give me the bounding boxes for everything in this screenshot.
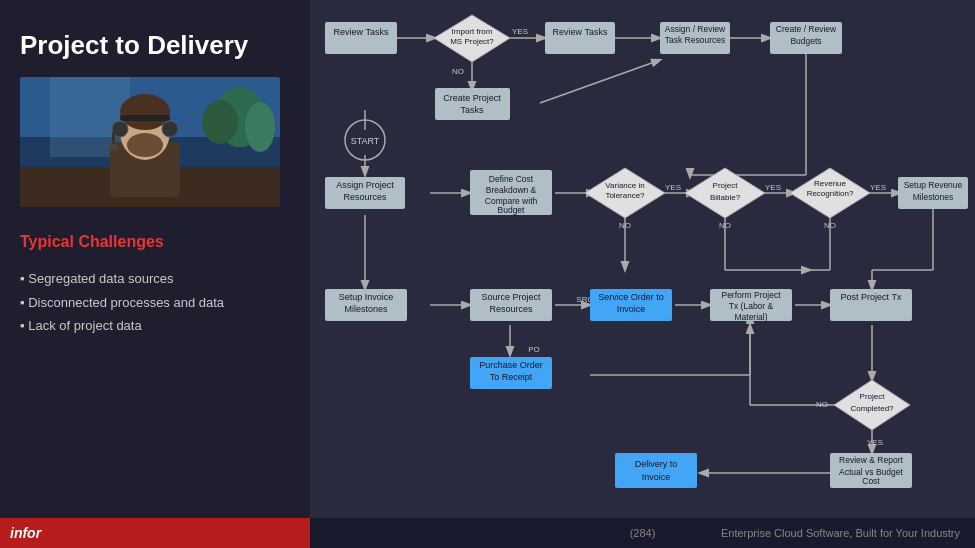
svg-text:Material): Material) [734, 312, 767, 322]
no-label-2: NO [619, 221, 631, 230]
setup-revenue-label: Setup Revenue [904, 180, 963, 190]
purchase-order-label: Purchase Order [479, 360, 543, 370]
svg-point-15 [108, 144, 118, 150]
setup-invoice-label: Setup Invoice [339, 292, 394, 302]
create-project-tasks-label: Create Project [443, 93, 501, 103]
svg-text:Billable?: Billable? [710, 193, 741, 202]
challenges-heading: Typical Challenges [20, 233, 290, 251]
svg-text:Resources: Resources [489, 304, 533, 314]
post-project-label: Post Project Tx [841, 292, 902, 302]
page-number: (284) [630, 527, 656, 539]
svg-text:Milestones: Milestones [913, 192, 954, 202]
po-label: PO [528, 345, 540, 354]
flowchart-svg: Review Tasks Import from MS Project? YES… [310, 0, 975, 520]
page-title: Project to Delivery [20, 30, 290, 61]
no-label-5: NO [816, 400, 828, 409]
svg-point-13 [162, 121, 178, 137]
svg-text:Milestones: Milestones [344, 304, 388, 314]
start-label: START [351, 136, 380, 146]
assign-project-resources-label: Assign Project [336, 180, 394, 190]
svg-text:Tolerance?: Tolerance? [605, 191, 645, 200]
bottom-bar-right: (284) Enterprise Cloud Software, Built f… [310, 518, 975, 548]
svg-point-4 [202, 100, 238, 144]
yes-label-1: YES [512, 27, 528, 36]
project-billable-label: Project [713, 181, 739, 190]
service-order-label: Service Order to [598, 292, 664, 302]
infor-logo-bar: infor [0, 518, 310, 548]
assign-review-label: Assign / Review [665, 24, 726, 34]
challenge-item-1: Segregated data sources [20, 267, 290, 290]
svg-text:Recognition?: Recognition? [807, 189, 854, 198]
svg-text:MS Project?: MS Project? [450, 37, 494, 46]
svg-text:Completed?: Completed? [850, 404, 894, 413]
challenge-item-2: Disconnected processes and data [20, 291, 290, 314]
define-cost-label: Define Cost [489, 174, 534, 184]
svg-text:Resources: Resources [343, 192, 387, 202]
svg-text:Budgets: Budgets [790, 36, 821, 46]
project-completed-label: Project [860, 392, 886, 401]
svg-point-10 [127, 133, 163, 157]
challenges-list: Segregated data sources Disconnected pro… [20, 267, 290, 337]
no-label-1: NO [452, 67, 464, 76]
create-review-budgets-label: Create / Review [776, 24, 837, 34]
hero-image [20, 77, 280, 207]
yes-label-4: YES [870, 183, 886, 192]
variance-label: Variance in [605, 181, 644, 190]
source-project-label: Source Project [481, 292, 541, 302]
infor-logo: infor [10, 525, 41, 541]
svg-text:Breakdown &: Breakdown & [486, 185, 537, 195]
svg-point-9 [120, 94, 170, 130]
challenge-item-3: Lack of project data [20, 314, 290, 337]
svg-rect-11 [120, 115, 170, 121]
svg-text:Tx (Labor &: Tx (Labor & [729, 301, 774, 311]
svg-text:To Receipt: To Receipt [490, 372, 533, 382]
svg-point-3 [245, 102, 275, 152]
review-tasks-1-label: Review Tasks [334, 27, 389, 37]
yes-label-3: YES [765, 183, 781, 192]
enterprise-tagline: Enterprise Cloud Software, Built for You… [721, 527, 960, 539]
yes-label-2: YES [665, 183, 681, 192]
revenue-recognition-label: Revenue [814, 179, 847, 188]
svg-text:Cost: Cost [862, 476, 880, 486]
flowchart-area: Review Tasks Import from MS Project? YES… [310, 0, 975, 520]
svg-text:Invoice: Invoice [617, 304, 646, 314]
delivery-invoice-label: Delivery to [635, 459, 678, 469]
no-label-3: NO [719, 221, 731, 230]
no-label-4: NO [824, 221, 836, 230]
yes-label-5: YES [867, 438, 883, 447]
import-ms-label: Import from [452, 27, 493, 36]
svg-text:Invoice: Invoice [642, 472, 671, 482]
review-report-label: Review & Report [839, 455, 903, 465]
svg-text:Task Resources: Task Resources [665, 35, 725, 45]
flowchart-panel: Review Tasks Import from MS Project? YES… [310, 0, 975, 548]
review-tasks-2-label: Review Tasks [553, 27, 608, 37]
svg-text:Tasks: Tasks [460, 105, 484, 115]
perform-project-label: Perform Project [721, 290, 781, 300]
left-panel: Project to Delivery [0, 0, 310, 548]
svg-text:Budget: Budget [498, 205, 526, 215]
